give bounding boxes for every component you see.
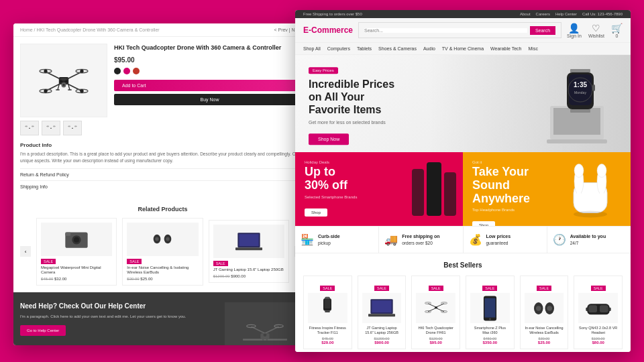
- product-card-3[interactable]: SALE HKI Tech Quadcopter Drone FH61 $120…: [411, 276, 460, 349]
- related-product-2-image: [127, 223, 198, 256]
- top-bar-help[interactable]: Help Center: [555, 12, 577, 16]
- return-policy-accordion[interactable]: Return & Refund Policy ›: [20, 168, 305, 180]
- product-2-image: [362, 293, 402, 323]
- svg-point-68: [574, 211, 607, 218]
- add-to-cart-button[interactable]: Add to Cart: [114, 80, 305, 91]
- product-thumb-2[interactable]: [42, 121, 60, 135]
- nav-misc[interactable]: Misc: [529, 43, 538, 54]
- sign-in-icon[interactable]: 👤 Sign In: [567, 23, 582, 38]
- product-card-2[interactable]: SALE JT Gaming Laptop 15.6" Laptop 256GB…: [358, 276, 407, 349]
- help-center-button[interactable]: Go to Help Center: [20, 325, 66, 336]
- top-bar-about[interactable]: About: [520, 12, 531, 16]
- product-1-sale-badge: SALE: [320, 286, 335, 291]
- color-option-pink[interactable]: [123, 68, 130, 74]
- product-6-name: Sony QN43 2.0x2.8 VR Headset: [578, 326, 618, 335]
- product-4-sale-badge: SALE: [482, 286, 497, 291]
- promo-orange-shop-button[interactable]: Shop: [472, 221, 495, 226]
- hero-shop-now-button[interactable]: Shop Now: [309, 133, 349, 145]
- product-5-price: $25.00: [525, 341, 564, 345]
- nav-shoes-cameras[interactable]: Shoes & Cameras: [378, 43, 417, 54]
- svg-point-67: [597, 164, 606, 178]
- promo-pink-shop-button[interactable]: Shop: [305, 208, 327, 217]
- product-thumb-3[interactable]: [63, 121, 82, 135]
- top-bar-careers[interactable]: Careers: [536, 12, 550, 16]
- nav-tablets[interactable]: Tablets: [357, 43, 372, 54]
- feature-availability: 🕐 Available to you24/7: [547, 227, 631, 253]
- related-product-1[interactable]: SALE Megapixel Waterproof Mini Digital C…: [36, 218, 117, 286]
- product-5-name: In-ear Noise Cancelling Wireless EarBuds: [525, 326, 564, 335]
- svg-rect-64: [577, 190, 581, 202]
- nav-tv[interactable]: TV & Home Cinema: [442, 43, 484, 54]
- promo-phones-image: [412, 162, 456, 216]
- color-option-red[interactable]: [133, 68, 140, 74]
- help-text-area: Need Help? Check Out Our Help Center I'm…: [20, 302, 218, 345]
- ec-top-bar: Free Shipping to orders over $50 About C…: [295, 10, 631, 18]
- product-5-image: [525, 293, 564, 323]
- product-1-price: $29.00: [308, 341, 347, 345]
- product-card-5[interactable]: SALE In-ear Noise Cancelling Wireless Ea…: [520, 276, 569, 349]
- buy-now-button[interactable]: Buy Now: [114, 94, 305, 105]
- svg-point-90: [536, 306, 541, 311]
- related-product-3[interactable]: SALE JT Gaming Laptop 15.6" Laptop 250GB…: [209, 220, 289, 283]
- product-thumb-1[interactable]: [20, 121, 39, 135]
- nav-shop-all[interactable]: Shop All: [303, 43, 321, 54]
- product-2-name: JT Gaming Laptop 15.6" Laptop 256GB: [362, 326, 402, 335]
- product-details-section: Product Info I'm a product description. …: [13, 142, 312, 199]
- related-product-2-name: In-ear Noise Cancelling & Isolating Wire…: [127, 265, 198, 276]
- help-image: [225, 302, 305, 345]
- promo-orange-headphones: Got it Take YourSoundAnywhere Top Headph…: [463, 152, 631, 226]
- search-button[interactable]: Search: [530, 26, 555, 35]
- svg-point-11: [44, 69, 47, 72]
- search-input[interactable]: [364, 28, 527, 33]
- color-options: [114, 68, 305, 74]
- svg-point-46: [274, 325, 283, 328]
- svg-point-12: [80, 69, 83, 72]
- sale-badge-1: SALE: [41, 259, 56, 264]
- related-section-title: Related Products: [20, 206, 305, 213]
- product-card-4[interactable]: SALE Smartphone Z Plus Max i360 $450.00 …: [466, 276, 515, 349]
- top-bar-call[interactable]: Call Us: 123-456-7890: [582, 12, 623, 16]
- sale-badge-2: SALE: [127, 259, 142, 264]
- product-4-price: $350.00: [470, 341, 510, 345]
- svg-point-13: [44, 89, 47, 93]
- svg-point-21: [25, 126, 28, 127]
- svg-rect-55: [569, 74, 592, 105]
- curbside-icon: 🏪: [301, 233, 314, 246]
- related-product-1-name: Megapixel Waterproof Mini Digital Camera: [41, 265, 112, 276]
- breadcrumb: Home / HKI Tech Quadcopter Drone With 36…: [20, 27, 160, 32]
- ec-logo[interactable]: E-Commerce: [303, 25, 353, 35]
- related-product-2-price: $30.00 $25.00: [127, 277, 198, 281]
- svg-point-25: [53, 126, 55, 127]
- feature-availability-text: Available to you24/7: [570, 233, 606, 246]
- svg-point-14: [80, 89, 83, 93]
- color-option-black[interactable]: [114, 68, 121, 74]
- nav-computers[interactable]: Computers: [327, 43, 350, 54]
- related-product-2[interactable]: SALE In-ear Noise Cancelling & Isolating…: [122, 218, 203, 286]
- cart-icon[interactable]: 🛒 0: [611, 23, 623, 38]
- product-3-image: [416, 293, 455, 323]
- hero-subtitle: Get more for less on selected brands: [309, 120, 394, 125]
- svg-rect-29: [72, 128, 73, 129]
- product-card-6[interactable]: SALE Sony QN43 2.0x2.8 VR Headset $100.0…: [574, 276, 623, 349]
- svg-rect-96: [608, 307, 610, 310]
- related-product-1-image: [41, 223, 112, 256]
- screenshots-container: Home / HKI Tech Quadcopter Drone With 36…: [13, 10, 631, 352]
- product-main-section: HKI Tech Quadcopter Drone With 360 Camer…: [13, 37, 312, 142]
- svg-rect-49: [266, 338, 268, 341]
- wishlist-icon[interactable]: ♡ Wishlist: [588, 23, 604, 38]
- products-grid: SALE Fitness Inspire Fitness Tracker FI1…: [303, 276, 623, 349]
- svg-rect-75: [368, 314, 395, 316]
- ec-nav: Shop All Computers Tablets Shoes & Camer…: [295, 43, 631, 55]
- svg-point-66: [574, 164, 584, 178]
- availability-icon: 🕐: [553, 233, 566, 246]
- product-card-1[interactable]: SALE Fitness Inspire Fitness Tracker FI1…: [303, 276, 352, 349]
- nav-audio[interactable]: Audio: [423, 43, 435, 54]
- svg-point-47: [264, 333, 267, 337]
- shipping-info-accordion[interactable]: Shipping Info ›: [20, 180, 305, 192]
- related-prev-arrow[interactable]: ‹: [20, 246, 31, 257]
- svg-point-37: [166, 237, 170, 241]
- product-5-sale-badge: SALE: [537, 286, 551, 291]
- svg-rect-39: [239, 234, 258, 246]
- nav-wearable[interactable]: Wearable Tech: [490, 43, 521, 54]
- svg-point-22: [32, 126, 34, 127]
